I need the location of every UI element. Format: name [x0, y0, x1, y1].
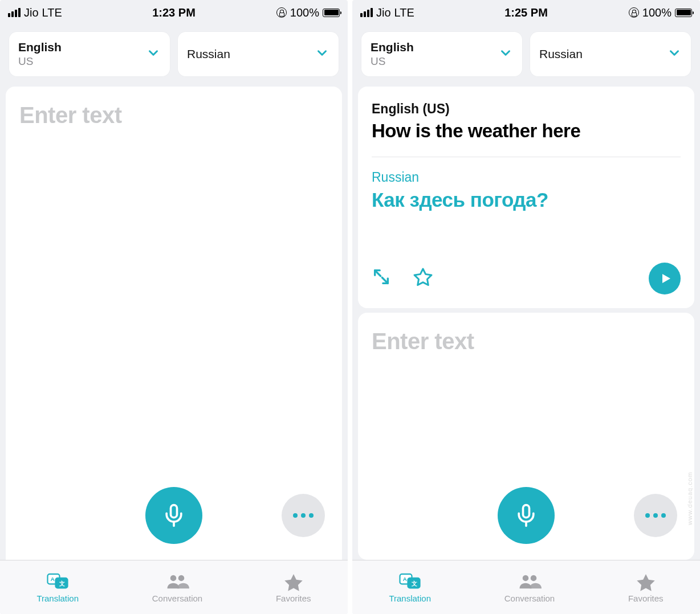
source-language-sub: US: [18, 55, 62, 68]
input-placeholder: Enter text: [19, 103, 122, 128]
chevron-down-icon: [315, 46, 329, 63]
svg-point-6: [170, 575, 177, 581]
target-lang-label: Russian: [372, 170, 681, 185]
tab-label: Favorites: [628, 593, 664, 603]
tab-conversation[interactable]: Conversation: [504, 572, 555, 603]
language-bar: English US Russian: [352, 25, 700, 87]
svg-text:文: 文: [411, 580, 417, 587]
favorite-star-icon[interactable]: [413, 267, 433, 290]
more-button[interactable]: [282, 494, 325, 537]
clock: 1:25 PM: [504, 6, 548, 19]
play-audio-button[interactable]: [649, 263, 681, 294]
svg-point-19: [531, 575, 537, 581]
tab-label: Favorites: [276, 593, 311, 603]
input-card[interactable]: Enter text: [358, 313, 694, 560]
chevron-down-icon: [498, 46, 513, 63]
source-language-sub: US: [371, 55, 414, 68]
carrier-label: Jio: [376, 6, 391, 19]
clock: 1:23 PM: [152, 6, 196, 19]
battery-icon: [675, 9, 692, 17]
svg-text:文: 文: [59, 580, 65, 587]
target-language-name: Russian: [187, 47, 230, 62]
svg-point-18: [523, 575, 529, 581]
target-language-name: Russian: [539, 47, 583, 62]
tab-label: Translation: [36, 593, 79, 603]
expand-icon[interactable]: [372, 267, 391, 290]
tab-label: Conversation: [504, 593, 555, 603]
tab-label: Conversation: [152, 593, 202, 603]
input-placeholder: Enter text: [372, 329, 474, 354]
result-card: English (US) How is the weather here Rus…: [358, 87, 694, 308]
tab-bar: A文 Translation Conversation Favorites: [0, 560, 348, 614]
svg-marker-11: [662, 274, 670, 283]
source-lang-label: English (US): [372, 101, 681, 117]
source-text: How is the weather here: [372, 120, 681, 142]
network-label: LTE: [42, 6, 62, 19]
input-card[interactable]: Enter text: [6, 87, 342, 560]
status-bar: Jio LTE 1:23 PM 100%: [0, 0, 348, 25]
source-language-selector[interactable]: English US: [361, 32, 522, 76]
carrier-label: Jio: [24, 6, 39, 19]
svg-marker-10: [414, 269, 432, 285]
chevron-down-icon: [667, 46, 682, 63]
more-button[interactable]: [634, 494, 677, 537]
tab-favorites[interactable]: Favorites: [628, 572, 664, 603]
screen-left: Jio LTE 1:23 PM 100% English US Russian: [0, 0, 348, 614]
svg-rect-0: [171, 505, 177, 518]
microphone-button[interactable]: [145, 487, 202, 544]
divider: [372, 157, 681, 157]
target-language-selector[interactable]: Russian: [178, 32, 339, 76]
language-bar: English US Russian: [0, 25, 348, 87]
signal-icon: [360, 8, 373, 17]
tab-bar: A文 Translation Conversation Favorites: [352, 560, 700, 614]
tab-favorites[interactable]: Favorites: [276, 572, 311, 603]
orientation-lock-icon: [276, 7, 287, 18]
microphone-button[interactable]: [498, 487, 555, 544]
network-label: LTE: [394, 6, 414, 19]
tab-translation[interactable]: A文 Translation: [389, 572, 431, 603]
orientation-lock-icon: [629, 7, 639, 18]
signal-icon: [8, 8, 21, 17]
watermark: www.deuaq.com: [686, 472, 693, 525]
svg-text:A: A: [403, 576, 407, 582]
status-bar: Jio LTE 1:25 PM 100%: [352, 0, 700, 25]
battery-percent: 100%: [642, 6, 671, 19]
source-language-selector[interactable]: English US: [9, 32, 170, 76]
svg-text:A: A: [51, 576, 55, 582]
screen-right: Jio LTE 1:25 PM 100% English US Russian: [352, 0, 700, 614]
tab-conversation[interactable]: Conversation: [152, 572, 202, 603]
battery-percent: 100%: [290, 6, 319, 19]
battery-icon: [323, 9, 340, 17]
source-language-name: English: [371, 40, 414, 55]
tab-translation[interactable]: A文 Translation: [36, 572, 79, 603]
chevron-down-icon: [146, 46, 161, 63]
translated-text: Как здесь погода?: [372, 189, 681, 211]
source-language-name: English: [18, 40, 62, 55]
target-language-selector[interactable]: Russian: [530, 32, 691, 76]
svg-point-7: [178, 575, 185, 581]
tab-label: Translation: [389, 593, 431, 603]
svg-rect-12: [523, 505, 530, 518]
